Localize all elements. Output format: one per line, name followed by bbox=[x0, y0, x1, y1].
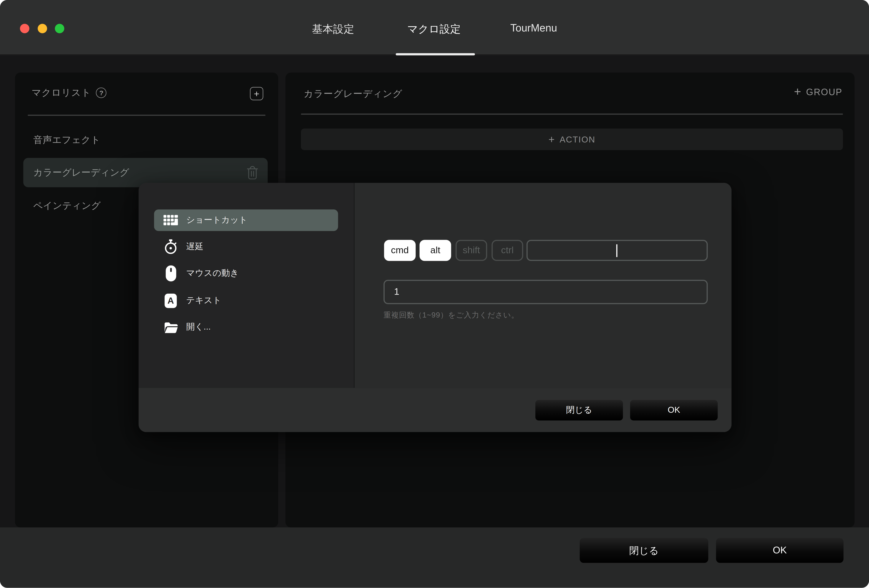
macro-list-header: マクロリスト ? bbox=[31, 86, 107, 99]
trash-icon bbox=[246, 166, 259, 180]
menu-item-label: マウスの動き bbox=[186, 268, 239, 279]
macro-list-item[interactable]: 音声エフェクト bbox=[23, 128, 268, 151]
dialog-ok-button[interactable]: OK bbox=[630, 400, 718, 420]
plus-icon: + bbox=[794, 86, 801, 98]
macro-list-title: マクロリスト bbox=[31, 86, 91, 99]
modifier-shift-toggle[interactable]: shift bbox=[455, 240, 487, 261]
keyboard-icon bbox=[163, 215, 178, 226]
action-dialog: ショートカット 遅延 bbox=[139, 183, 732, 432]
modifier-keys-row: cmd alt shift ctrl bbox=[384, 240, 707, 261]
repeat-count-value: 1 bbox=[394, 286, 399, 298]
modifier-alt-toggle[interactable]: alt bbox=[420, 240, 451, 261]
folder-open-icon bbox=[163, 321, 178, 333]
tab-tourmenu[interactable]: TourMenu bbox=[510, 22, 557, 34]
add-action-button[interactable]: + ACTION bbox=[301, 129, 843, 150]
menu-item-shortcut[interactable]: ショートカット bbox=[154, 209, 338, 231]
macro-item-label: カラーグレーディング bbox=[33, 166, 129, 179]
add-group-button[interactable]: + GROUP bbox=[794, 86, 842, 98]
active-tab-underline bbox=[396, 53, 475, 55]
macro-detail-header: カラーグレーディング bbox=[304, 87, 403, 100]
menu-item-label: テキスト bbox=[186, 295, 221, 307]
modifier-cmd-toggle[interactable]: cmd bbox=[384, 240, 415, 261]
group-button-label: GROUP bbox=[806, 87, 842, 97]
text-cursor bbox=[616, 244, 617, 257]
action-dialog-body: ショートカット 遅延 bbox=[139, 183, 732, 388]
add-macro-button[interactable]: + bbox=[250, 87, 263, 100]
dialog-close-button[interactable]: 閉じる bbox=[535, 400, 623, 420]
action-button-label: ACTION bbox=[560, 134, 595, 144]
help-icon[interactable]: ? bbox=[96, 87, 107, 98]
repeat-count-input[interactable]: 1 bbox=[383, 280, 707, 304]
shortcut-key-input[interactable] bbox=[526, 240, 708, 261]
shortcut-settings-pane: cmd alt shift ctrl 1 bbox=[355, 183, 731, 388]
text-icon-letter: A bbox=[165, 293, 177, 308]
sidebar-divider bbox=[28, 115, 265, 116]
macro-item-label: 音声エフェクト bbox=[33, 133, 100, 146]
menu-item-text[interactable]: A テキスト bbox=[154, 290, 338, 311]
menu-item-mouse-move[interactable]: マウスの動き bbox=[154, 262, 338, 284]
menu-item-label: ショートカット bbox=[186, 214, 248, 226]
macro-detail-divider bbox=[301, 114, 843, 115]
menu-item-label: 遅延 bbox=[186, 241, 203, 253]
minimize-window-button[interactable] bbox=[38, 24, 47, 33]
text-icon: A bbox=[163, 293, 178, 308]
delete-macro-button[interactable] bbox=[246, 166, 259, 180]
menu-item-open[interactable]: 開く... bbox=[154, 316, 338, 338]
mouse-icon bbox=[163, 265, 178, 281]
modifier-ctrl-toggle[interactable]: ctrl bbox=[492, 240, 523, 261]
menu-item-delay[interactable]: 遅延 bbox=[154, 236, 338, 258]
plus-icon: + bbox=[549, 134, 555, 145]
window-close-button[interactable]: 閉じる bbox=[580, 538, 708, 563]
tab-macro-settings[interactable]: マクロ設定 bbox=[407, 22, 461, 37]
action-type-menu: ショートカット 遅延 bbox=[139, 183, 355, 388]
dialog-footer: 閉じる OK bbox=[139, 388, 732, 432]
macro-item-label: ペインティング bbox=[33, 199, 101, 212]
close-window-button[interactable] bbox=[20, 24, 30, 33]
app-window: 基本設定 マクロ設定 TourMenu マクロリスト ? + 音声エフェクト カ… bbox=[0, 0, 869, 588]
window-ok-button[interactable]: OK bbox=[716, 538, 844, 563]
menu-item-label: 開く... bbox=[186, 321, 211, 333]
stopwatch-icon bbox=[163, 239, 178, 254]
app-window-stage: 基本設定 マクロ設定 TourMenu マクロリスト ? + 音声エフェクト カ… bbox=[0, 0, 869, 588]
tab-basic-settings[interactable]: 基本設定 bbox=[312, 22, 354, 37]
repeat-count-hint: 重複回数（1~99）をご入力ください。 bbox=[383, 310, 519, 320]
titlebar: 基本設定 マクロ設定 TourMenu bbox=[0, 0, 869, 55]
zoom-window-button[interactable] bbox=[55, 24, 64, 33]
macro-detail-title: カラーグレーディング bbox=[304, 87, 403, 100]
